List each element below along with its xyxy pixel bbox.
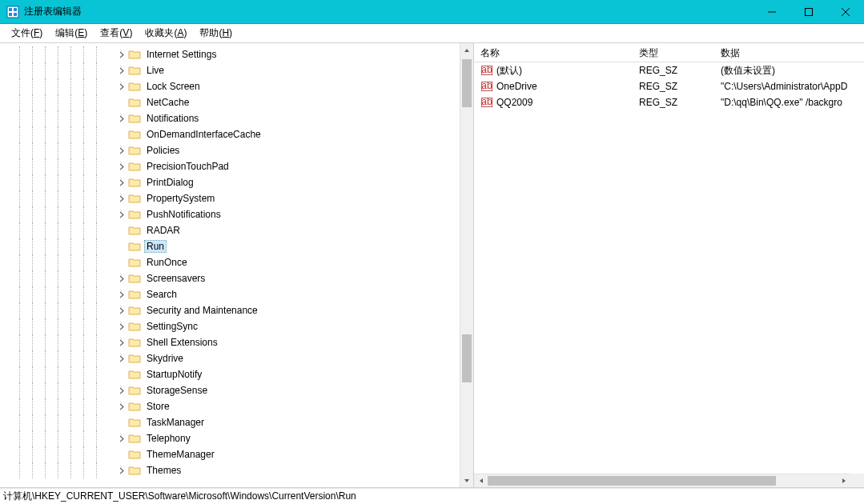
folder-icon xyxy=(128,65,141,76)
scroll-down-icon[interactable] xyxy=(460,474,473,487)
list-row[interactable]: abQQ2009REG_SZ"D:\qq\Bin\QQ.exe" /backgr… xyxy=(474,94,864,110)
regedit-icon xyxy=(6,6,19,18)
scroll-thumb-secondary[interactable] xyxy=(462,334,472,382)
svg-rect-3 xyxy=(9,13,12,16)
col-header-data[interactable]: 数据 xyxy=(714,43,864,62)
tree-expander-icon[interactable] xyxy=(117,82,127,91)
tree-item[interactable]: Store xyxy=(13,398,473,414)
tree-item[interactable]: TaskManager xyxy=(13,414,473,430)
folder-icon xyxy=(128,289,141,300)
scroll-up-icon[interactable] xyxy=(460,43,473,57)
tree-expander-icon[interactable] xyxy=(117,290,127,299)
menu-favorites[interactable]: 收藏夹(A) xyxy=(139,24,193,42)
close-button[interactable] xyxy=(827,0,864,23)
value-data: (数值未设置) xyxy=(714,62,864,79)
tree-scrollbar[interactable] xyxy=(460,43,473,487)
folder-icon xyxy=(128,337,141,348)
tree-expander-icon[interactable] xyxy=(117,114,127,123)
tree-item[interactable]: Search xyxy=(13,286,473,302)
tree-expander-icon[interactable] xyxy=(117,146,127,155)
tree-item[interactable]: Internet Settings xyxy=(13,46,473,62)
scroll-right-icon[interactable] xyxy=(837,474,850,487)
tree-item[interactable]: RunOnce xyxy=(13,254,473,270)
tree-expander-icon[interactable] xyxy=(117,178,127,187)
tree-item-label: PropertySystem xyxy=(144,192,217,205)
tree-item-label: Search xyxy=(144,288,179,301)
tree-expander-icon[interactable] xyxy=(117,274,127,283)
tree-expander-icon[interactable] xyxy=(117,322,127,331)
tree-item[interactable]: PrecisionTouchPad xyxy=(13,158,473,174)
scroll-left-icon[interactable] xyxy=(474,474,488,487)
svg-rect-4 xyxy=(14,13,17,16)
tree-expander-icon[interactable] xyxy=(117,402,127,411)
tree-item-label: Lock Screen xyxy=(144,80,203,93)
tree-expander-icon[interactable] xyxy=(117,354,127,363)
registry-tree[interactable]: Internet SettingsLiveLock ScreenNetCache… xyxy=(13,43,473,478)
value-type: REG_SZ xyxy=(633,95,714,110)
values-list[interactable]: ab(默认)REG_SZ(数值未设置)abOneDriveREG_SZ"C:\U… xyxy=(474,62,864,110)
tree-item-label: Store xyxy=(144,400,172,413)
tree-item[interactable]: Security and Maintenance xyxy=(13,302,473,318)
tree-item[interactable]: PrintDialog xyxy=(13,174,473,190)
folder-icon xyxy=(128,433,141,444)
tree-item[interactable]: NetCache xyxy=(13,94,473,110)
tree-expander-icon[interactable] xyxy=(117,66,127,75)
col-header-type[interactable]: 类型 xyxy=(633,43,714,62)
menu-view[interactable]: 查看(V) xyxy=(94,24,139,42)
tree-item[interactable]: Telephony xyxy=(13,430,473,446)
tree-expander-icon[interactable] xyxy=(117,466,127,475)
tree-item-label: PrecisionTouchPad xyxy=(144,160,231,173)
tree-item[interactable]: StorageSense xyxy=(13,382,473,398)
tree-expander-icon[interactable] xyxy=(117,306,127,315)
folder-icon xyxy=(128,257,141,268)
tree-item[interactable]: StartupNotify xyxy=(13,366,473,382)
tree-item[interactable]: Lock Screen xyxy=(13,78,473,94)
col-header-name[interactable]: 名称 xyxy=(474,43,633,62)
value-type: REG_SZ xyxy=(633,79,714,94)
tree-expander-icon[interactable] xyxy=(117,194,127,203)
tree-item[interactable]: Shell Extensions xyxy=(13,334,473,350)
folder-icon xyxy=(128,193,141,204)
svg-text:ab: ab xyxy=(481,96,492,107)
tree-item-label: StorageSense xyxy=(144,384,210,397)
string-value-icon: ab xyxy=(480,80,493,93)
minimize-button[interactable] xyxy=(753,0,790,23)
menu-file[interactable]: 文件(F) xyxy=(5,24,49,42)
tree-item[interactable]: Screensavers xyxy=(13,270,473,286)
tree-expander-icon[interactable] xyxy=(117,338,127,347)
folder-icon xyxy=(128,417,141,428)
folder-icon xyxy=(128,209,141,220)
tree-item[interactable]: Notifications xyxy=(13,110,473,126)
window-controls xyxy=(753,0,864,23)
tree-expander-icon[interactable] xyxy=(117,162,127,171)
list-row[interactable]: abOneDriveREG_SZ"C:\Users\Administrator\… xyxy=(474,78,864,94)
scroll-thumb-h[interactable] xyxy=(488,476,776,486)
tree-item[interactable]: OnDemandInterfaceCache xyxy=(13,126,473,142)
list-row[interactable]: ab(默认)REG_SZ(数值未设置) xyxy=(474,62,864,78)
tree-item[interactable]: Run xyxy=(13,238,473,254)
tree-expander-icon[interactable] xyxy=(117,386,127,395)
tree-item[interactable]: SettingSync xyxy=(13,318,473,334)
folder-icon xyxy=(128,321,141,332)
tree-expander-icon[interactable] xyxy=(117,434,127,443)
tree-item-label: Policies xyxy=(144,144,182,157)
tree-item-label: Run xyxy=(144,240,167,253)
list-scrollbar-h[interactable] xyxy=(474,474,850,487)
menu-edit[interactable]: 编辑(E) xyxy=(49,24,94,42)
menu-help[interactable]: 帮助(H) xyxy=(193,24,239,42)
tree-item[interactable]: RADAR xyxy=(13,222,473,238)
tree-expander-icon[interactable] xyxy=(117,50,127,59)
tree-item[interactable]: PushNotifications xyxy=(13,206,473,222)
statusbar: 计算机\HKEY_CURRENT_USER\Software\Microsoft… xyxy=(0,488,864,504)
tree-item[interactable]: Policies xyxy=(13,142,473,158)
tree-item[interactable]: PropertySystem xyxy=(13,190,473,206)
maximize-button[interactable] xyxy=(790,0,827,23)
tree-item-label: Telephony xyxy=(144,432,193,445)
tree-expander-icon[interactable] xyxy=(117,210,127,219)
tree-item[interactable]: ThemeManager xyxy=(13,446,473,462)
scroll-thumb[interactable] xyxy=(462,59,472,107)
tree-item[interactable]: Skydrive xyxy=(13,350,473,366)
tree-item[interactable]: Themes xyxy=(13,462,473,478)
folder-icon xyxy=(128,145,141,156)
tree-item[interactable]: Live xyxy=(13,62,473,78)
